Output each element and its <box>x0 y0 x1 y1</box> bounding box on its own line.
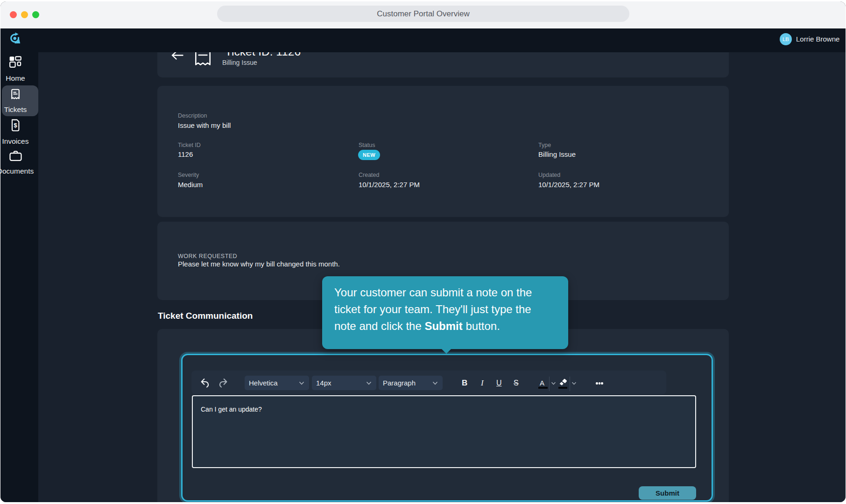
svg-text:$: $ <box>14 122 18 129</box>
